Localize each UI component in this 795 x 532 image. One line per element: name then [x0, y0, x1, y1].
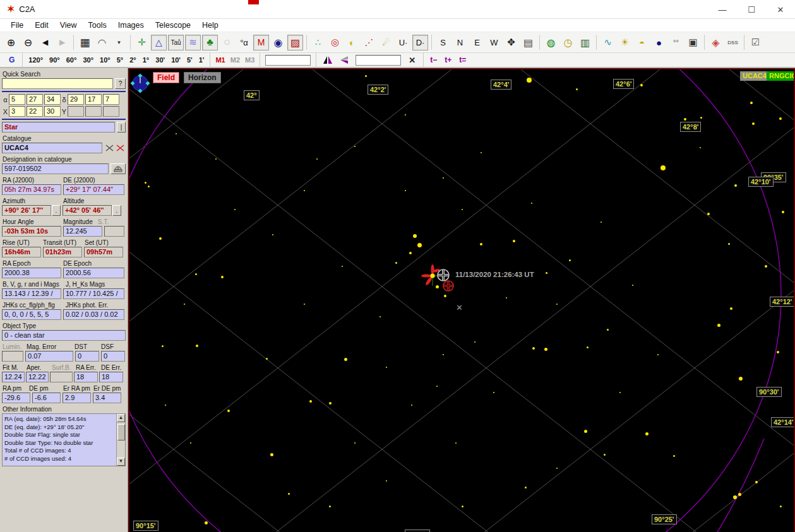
star[interactable]: [165, 405, 166, 406]
star[interactable]: [221, 276, 224, 278]
star[interactable]: [782, 211, 784, 213]
other-info-scrollbar[interactable]: ▲ ▼: [116, 414, 125, 466]
menu-images[interactable]: Images: [112, 20, 150, 31]
close-button[interactable]: ✕: [766, 0, 795, 19]
galaxy-icon[interactable]: ◎: [327, 35, 343, 50]
ra-m-input[interactable]: 27: [27, 94, 43, 105]
star[interactable]: [480, 243, 482, 245]
scroll-thumb[interactable]: [117, 424, 125, 440]
star[interactable]: [227, 410, 230, 412]
star[interactable]: [645, 432, 649, 435]
star-cluster-icon[interactable]: ∴: [310, 35, 326, 50]
camera-icon[interactable]: ▣: [685, 35, 701, 50]
satellite-track-icon[interactable]: °°: [668, 35, 684, 50]
scroll-down-icon[interactable]: ▼: [117, 458, 125, 466]
cross-arrows-red-icon[interactable]: [115, 143, 126, 153]
star[interactable]: [329, 402, 332, 405]
fov-button-2d[interactable]: 2°: [126, 55, 140, 65]
uranus-icon[interactable]: U·: [395, 35, 411, 50]
catalogue-badge-ucac4[interactable]: UCAC4: [740, 71, 769, 81]
star[interactable]: [309, 400, 312, 403]
star[interactable]: [619, 392, 621, 393]
star[interactable]: [752, 122, 755, 125]
mark-button-m1[interactable]: M1: [213, 55, 227, 65]
star[interactable]: [604, 454, 606, 456]
star[interactable]: [455, 442, 457, 444]
star[interactable]: [176, 133, 177, 134]
object-search-input[interactable]: [265, 55, 311, 66]
star[interactable]: [474, 341, 475, 343]
star[interactable]: [546, 272, 547, 274]
fov-button-60d[interactable]: 60°: [63, 55, 80, 65]
east-button[interactable]: E: [469, 35, 485, 50]
star[interactable]: [386, 367, 387, 368]
ground-objects-icon[interactable]: ♣: [202, 35, 218, 50]
star[interactable]: [576, 88, 578, 90]
star[interactable]: [344, 358, 347, 361]
catalogue-field[interactable]: UCAC4: [2, 143, 102, 153]
ra-h-input[interactable]: 5: [9, 94, 25, 105]
constellation-lines-icon[interactable]: △: [151, 35, 167, 50]
star[interactable]: [777, 351, 779, 353]
star[interactable]: [304, 190, 305, 191]
scroll-up-icon[interactable]: ▲: [117, 414, 125, 422]
star[interactable]: [601, 222, 602, 223]
mark-button-m3[interactable]: M3: [242, 55, 257, 65]
star[interactable]: [700, 147, 701, 148]
fov-button-30m[interactable]: 30': [152, 55, 168, 65]
fov-button-90d[interactable]: 90°: [46, 55, 63, 65]
catalogue-badge-rngcic[interactable]: RNGCIC: [767, 71, 795, 81]
star[interactable]: [417, 243, 422, 247]
star[interactable]: [462, 505, 463, 507]
flip-vertical-icon[interactable]: [337, 52, 352, 68]
star[interactable]: [765, 265, 767, 268]
time-button-tminus[interactable]: t−: [426, 54, 441, 66]
clock-icon[interactable]: ◷: [560, 35, 576, 50]
star[interactable]: [673, 455, 675, 457]
mark-button-m2[interactable]: M2: [228, 55, 242, 65]
menu-telescope[interactable]: Telescope: [150, 20, 196, 31]
star[interactable]: [717, 324, 720, 327]
fov-button-1d[interactable]: 1°: [140, 55, 153, 65]
star[interactable]: [162, 345, 164, 347]
star[interactable]: [513, 240, 515, 242]
dither-box-icon[interactable]: ▨: [287, 35, 303, 50]
star[interactable]: [632, 285, 633, 286]
star-globe-icon[interactable]: ◉: [270, 35, 286, 50]
menu-tools[interactable]: Tools: [83, 20, 112, 31]
star[interactable]: [779, 117, 782, 120]
star[interactable]: [556, 304, 558, 305]
star[interactable]: [544, 348, 547, 351]
star[interactable]: [657, 354, 659, 355]
minimize-button[interactable]: —: [708, 0, 737, 19]
de-m-input[interactable]: 17: [85, 94, 102, 105]
menu-edit[interactable]: Edit: [29, 20, 54, 31]
star[interactable]: [436, 386, 438, 387]
fov-button-5d[interactable]: 5°: [114, 55, 127, 65]
messier-icon[interactable]: M: [253, 35, 269, 50]
fov-button-10m[interactable]: 10': [168, 55, 184, 65]
star[interactable]: [734, 184, 737, 187]
dss-icon[interactable]: DSS: [725, 35, 741, 50]
star[interactable]: [354, 442, 356, 444]
star[interactable]: [148, 186, 150, 187]
goto-telescope-button[interactable]: [111, 163, 126, 174]
star[interactable]: [405, 190, 406, 191]
time-step-input[interactable]: [356, 55, 401, 66]
sun-icon[interactable]: ☀: [617, 35, 633, 50]
x3-input[interactable]: 30: [44, 106, 61, 117]
star[interactable]: [462, 209, 463, 210]
fov-button-30d[interactable]: 30°: [80, 55, 97, 65]
star[interactable]: [354, 146, 356, 147]
star[interactable]: [531, 203, 532, 204]
asteroids-icon[interactable]: ⋰: [361, 35, 377, 50]
dome-icon[interactable]: ◠: [94, 35, 110, 50]
star[interactable]: [365, 75, 367, 77]
star[interactable]: [584, 430, 587, 433]
cross-arrows-icon[interactable]: [104, 143, 115, 153]
fov-ellipse-icon[interactable]: ◌: [219, 35, 235, 50]
star[interactable]: [329, 505, 331, 507]
grid-toggle-button[interactable]: G: [4, 54, 20, 66]
back-icon[interactable]: ◀: [37, 35, 53, 50]
fov-button-120d[interactable]: 120°: [25, 55, 46, 65]
